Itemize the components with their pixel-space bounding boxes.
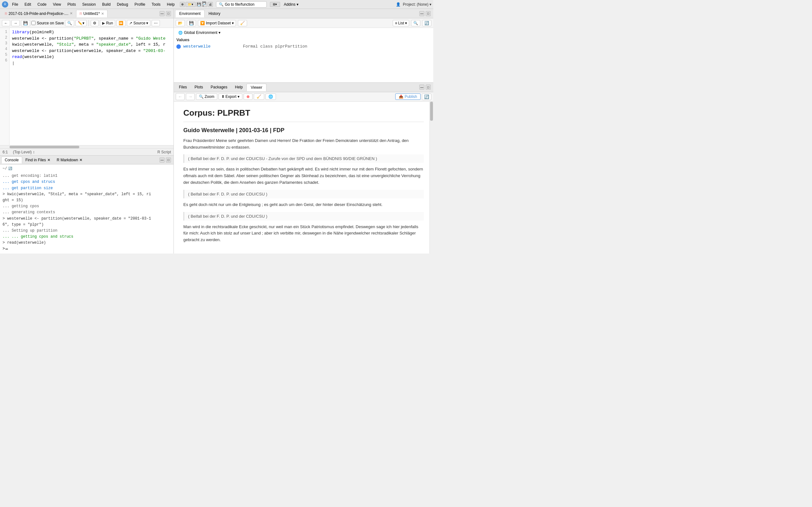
menu-view[interactable]: View [50,2,64,7]
save-file-button[interactable]: 💾 [21,20,30,26]
console-content[interactable]: ~/ 🔄 ... get encoding: latin1 ... get cp… [0,164,173,253]
applause-3: ( Beifall bei der F. D. P. und der CDU/C… [183,212,424,221]
source-on-save-label[interactable]: Source on Save [32,21,64,25]
import-dataset-button[interactable]: 🔽 Import Dataset ▾ [198,20,236,26]
list-view-button[interactable]: ≡ List ▾ [393,20,409,26]
viewer-maximize-button[interactable]: □ [426,84,431,90]
editor-tab-0[interactable]: R 2017-01-19-Pride-and-Prejudice-.... ✕ [1,10,76,17]
viewer-tab-files[interactable]: Files [175,83,191,91]
viewer-tab-plots[interactable]: Plots [191,83,207,91]
menu-plots[interactable]: Plots [65,2,79,7]
corpus-divider [183,122,424,122]
load-workspace-button[interactable]: 📂 [176,20,185,26]
list-label: List [398,21,404,25]
console-line-1: ... get encoding: latin1 [3,173,171,179]
editor-tab-1-close[interactable]: ✕ [101,12,104,16]
source-button[interactable]: ↗ Source ▾ [127,20,150,26]
run-all-button[interactable]: ⏩ [116,20,125,26]
menu-session[interactable]: Session [80,2,98,7]
save-all-button[interactable]: 💾+ [202,2,207,7]
more-button[interactable]: ⋯ [152,20,160,26]
menu-file[interactable]: File [9,2,20,7]
scope-indicator[interactable]: (Top Level) ↕ [13,150,35,154]
speaker-header: Guido Westerwelle | 2001-03-16 | FDP [183,127,424,134]
new-file-button[interactable]: ⊕ [180,2,185,7]
code-lines[interactable]: library(polmineR) westerwelle <- partiti… [9,28,173,145]
viewer-show-in-browser-button[interactable]: 🌐 [265,94,276,100]
editor-scrollbar-thumb[interactable] [9,146,79,148]
console-tab-find[interactable]: Find in Files ✕ [22,157,54,163]
go-to-file-input[interactable]: 🔍 Go to file/function [216,1,267,8]
menu-edit[interactable]: Edit [22,2,34,7]
menu-profile[interactable]: Profile [132,2,148,7]
zoom-label: Zoom [205,95,214,99]
script-type[interactable]: R Script [157,150,171,154]
clear-console-button[interactable]: 🧹 [238,20,247,26]
rmarkdown-tab-close[interactable]: ✕ [79,158,83,162]
viewer-clear-button[interactable]: 🧹 [254,94,264,100]
viewer-stop-button[interactable]: ⊗ [244,94,252,100]
editor-tab-1[interactable]: R Untitled1* ✕ [76,10,107,17]
code-line-6[interactable] [12,60,171,66]
viewer-minimize-button[interactable]: — [419,84,424,90]
console-maximize-button[interactable]: □ [166,158,171,163]
save-button[interactable]: 💾 [196,2,201,7]
run-button[interactable]: ▶ Run [100,20,115,26]
console-line-6: ... getting cpos [3,204,171,210]
viewer-tab-packages[interactable]: Packages [207,83,231,91]
console-minimize-button[interactable]: — [159,158,165,163]
import-dataset-label: Import Dataset ▾ [206,21,234,25]
menu-debug[interactable]: Debug [114,2,131,7]
menu-build[interactable]: Build [100,2,113,7]
env-maximize-button[interactable]: □ [426,11,431,16]
console-prompt-line[interactable]: > [3,246,171,252]
para-3: Es geht doch nicht nur um die Entgleisun… [183,202,424,208]
viewer-back-button[interactable]: ← [176,93,185,100]
code-tools-button[interactable]: ✏️▾ [75,20,87,26]
viewer-export-button[interactable]: ⬆ Export ▾ [218,94,242,100]
project-label-text: Project: (None) ▾ [403,2,432,7]
project-selector[interactable]: 👤 Project: (None) ▾ [396,2,432,7]
viewer-scrollbar[interactable] [429,102,433,253]
env-tab-environment[interactable]: Environment [175,10,205,17]
editor-scrollbar[interactable] [0,145,173,148]
addins-menu[interactable]: Addins ▾ [281,2,301,7]
console-tab-rmarkdown[interactable]: R Markdown ✕ [54,157,86,163]
compile-button[interactable]: ⚙ [91,20,99,26]
menu-help[interactable]: Help [164,2,177,7]
editor-maximize-button[interactable]: □ [166,11,171,16]
run-label: Run [106,21,113,25]
viewer-publish-button[interactable]: 📤 Publish [395,94,420,100]
source-on-save-checkbox[interactable] [32,21,36,25]
env-search-input[interactable]: 🔍 [411,20,420,26]
viewer-content[interactable]: Corpus: PLPRBT Guido Westerwelle | 2001-… [174,102,433,253]
viewer-refresh-button[interactable]: 🔄 [422,94,432,100]
editor-tab-0-close[interactable]: ✕ [70,11,72,15]
grid-button[interactable]: ⊞▾ [270,2,280,7]
viewer-forward-button[interactable]: → [186,93,195,100]
console-line-3: ... get partition size [3,185,171,191]
find-button[interactable]: 🔍 [65,20,74,26]
editor-minimize-button[interactable]: — [159,11,165,16]
console-tab-console[interactable]: Console [1,157,22,164]
browser-icon: 🌐 [268,95,273,99]
viewer-tab-viewer[interactable]: Viewer [247,83,266,91]
env-minimize-button[interactable]: — [419,11,424,16]
viewer-tab-help[interactable]: Help [231,83,247,91]
redo-button[interactable]: → [11,20,20,26]
global-env-selector[interactable]: 🌐 Global Environment ▾ [176,30,431,36]
open-file-button[interactable]: 📁▾ [186,2,196,7]
viewer-zoom-button[interactable]: 🔍 Zoom [196,94,217,100]
main-layout: R 2017-01-19-Pride-and-Prejudice-.... ✕ … [0,9,433,253]
menu-code[interactable]: Code [35,2,49,7]
undo-button[interactable]: ← [2,20,10,26]
env-refresh-button[interactable]: 🔄 [422,20,432,26]
env-var-westerwelle[interactable]: westerwelle Formal class plprPartition [176,44,431,49]
print-button[interactable]: 🖨 [208,2,213,7]
find-tab-close[interactable]: ✕ [47,158,50,162]
env-tab-history[interactable]: History [205,10,224,17]
menu-tools[interactable]: Tools [149,2,163,7]
env-tabs: Environment History — □ [174,9,433,18]
save-workspace-button[interactable]: 💾 [187,20,196,26]
viewer-scrollbar-thumb[interactable] [430,102,433,121]
